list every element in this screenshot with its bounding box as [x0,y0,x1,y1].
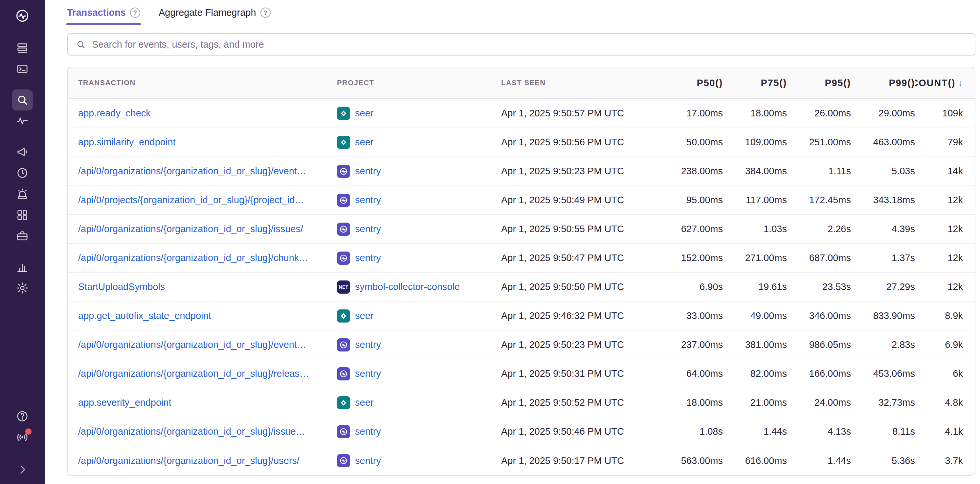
aggregate-flamegraph-help-icon[interactable]: ? [261,8,270,18]
last-seen-cell: Apr 1, 2025 9:50:50 PM UTC [501,281,659,292]
p95-cell: 251.00ms [787,137,851,148]
table-body: app.ready_checkseerApr 1, 2025 9:50:57 P… [68,99,975,475]
project-link[interactable]: seer [355,108,374,119]
column-header-last-seen[interactable]: LAST SEEN [501,78,659,87]
transaction-link[interactable]: /api/0/organizations/{organization_id_or… [78,455,299,466]
p95-cell: 687.00ms [787,252,851,264]
explore-icon[interactable] [12,59,33,80]
count-cell: 109k [915,108,975,119]
column-header-p75[interactable]: P75() [723,78,787,88]
last-seen-cell: Apr 1, 2025 9:50:23 PM UTC [501,339,659,350]
collapse-sidebar-icon[interactable] [12,459,33,480]
replays-icon[interactable] [12,163,33,184]
transaction-link[interactable]: app.similarity_endpoint [78,137,176,148]
p95-cell: 986.05ms [787,339,851,350]
p95-cell: 1.44s [787,455,851,466]
column-header-p99[interactable]: P99() [851,78,915,88]
tab-transactions[interactable]: Transactions ? [67,7,140,25]
column-header-count-label: COUNT() [915,78,955,88]
p99-cell: 2.83s [851,339,915,350]
project-link[interactable]: symbol-collector-console [355,281,460,292]
p50-cell: 563.00ms [659,455,723,466]
column-header-p95[interactable]: P95() [787,78,851,88]
project-cell: sentry [337,252,501,265]
p75-cell: 1.03s [723,224,787,235]
transaction-link[interactable]: /api/0/organizations/{organization_id_or… [78,339,306,350]
p95-cell: 1.11s [787,166,851,177]
search-bar[interactable] [67,33,975,56]
table-row: /api/0/organizations/{organization_id_or… [68,417,975,446]
whats-new-icon[interactable] [12,427,33,448]
count-cell: 8.9k [915,310,975,321]
tab-aggregate-flamegraph[interactable]: Aggregate Flamegraph ? [159,7,270,25]
sidebar [0,0,45,484]
p75-cell: 381.00ms [723,339,787,350]
project-link[interactable]: sentry [355,339,381,350]
column-header-count[interactable]: COUNT() ↓ [915,78,975,88]
project-link[interactable]: sentry [355,252,381,264]
transaction-link[interactable]: app.ready_check [78,108,151,119]
project-link[interactable]: sentry [355,368,381,379]
table-row: app.severity_endpointseerApr 1, 2025 9:5… [68,388,975,417]
transaction-link[interactable]: /api/0/organizations/{organization_id_or… [78,166,306,177]
p95-cell: 2.26s [787,224,851,235]
last-seen-cell: Apr 1, 2025 9:50:47 PM UTC [501,252,659,264]
transaction-link[interactable]: StartUploadSymbols [78,281,165,292]
column-header-p50[interactable]: P50() [659,78,723,88]
transaction-link[interactable]: app.get_autofix_state_endpoint [78,310,211,321]
transaction-link[interactable]: /api/0/organizations/{organization_id_or… [78,224,303,235]
tab-aggregate-flamegraph-label: Aggregate Flamegraph [159,7,256,18]
main-content: Transactions ? Aggregate Flamegraph ? TR… [45,0,980,476]
p50-cell: 1.08s [659,426,723,437]
p75-cell: 616.00ms [723,455,787,466]
insights-icon[interactable] [12,225,33,247]
stats-icon[interactable] [12,256,33,278]
p99-cell: 343.18ms [851,195,915,206]
p75-cell: 49.00ms [723,310,787,321]
search-icon[interactable] [12,89,33,110]
sentry-logo-icon[interactable] [12,5,33,26]
feedback-icon[interactable] [12,141,33,163]
project-link[interactable]: sentry [355,426,381,437]
column-header-project[interactable]: PROJECT [337,78,501,87]
transaction-cell: app.severity_endpoint [68,397,337,408]
dashboards-icon[interactable] [12,204,33,225]
transactions-help-icon[interactable]: ? [130,8,140,18]
p99-cell: 463.00ms [851,137,915,148]
transaction-link[interactable]: /api/0/organizations/{organization_id_or… [78,426,305,437]
issues-icon[interactable] [12,37,33,59]
project-link[interactable]: seer [355,397,374,408]
sentry-project-icon [337,194,350,207]
project-link[interactable]: seer [355,310,374,321]
last-seen-cell: Apr 1, 2025 9:46:32 PM UTC [501,310,659,321]
count-cell: 12k [915,195,975,206]
search-input[interactable] [92,39,967,50]
transaction-link[interactable]: /api/0/organizations/{organization_id_or… [78,368,309,379]
transaction-link[interactable]: app.severity_endpoint [78,397,172,408]
transaction-cell: /api/0/projects/{organization_id_or_slug… [68,195,337,206]
project-cell: sentry [337,338,501,351]
p75-cell: 18.00ms [723,108,787,119]
project-cell: seer [337,396,501,409]
transaction-link[interactable]: /api/0/organizations/{organization_id_or… [78,252,309,264]
project-link[interactable]: sentry [355,224,381,235]
project-link[interactable]: sentry [355,166,381,177]
project-link[interactable]: seer [355,137,374,148]
project-link[interactable]: sentry [355,195,381,206]
p99-cell: 29.00ms [851,108,915,119]
table-row: /api/0/organizations/{organization_id_or… [68,244,975,273]
transaction-link[interactable]: /api/0/projects/{organization_id_or_slug… [78,195,304,206]
last-seen-cell: Apr 1, 2025 9:50:23 PM UTC [501,166,659,177]
p75-cell: 19.61s [723,281,787,292]
traces-icon[interactable] [12,110,33,131]
project-link[interactable]: sentry [355,455,381,466]
help-icon[interactable] [12,406,33,427]
p50-cell: 95.00ms [659,195,723,206]
p50-cell: 152.00ms [659,252,723,264]
notification-badge [25,428,32,434]
settings-icon[interactable] [12,278,33,299]
table-row: /api/0/organizations/{organization_id_or… [68,359,975,388]
alerts-icon[interactable] [12,184,33,204]
column-header-transaction[interactable]: TRANSACTION [68,78,337,87]
table-row: /api/0/organizations/{organization_id_or… [68,157,975,186]
